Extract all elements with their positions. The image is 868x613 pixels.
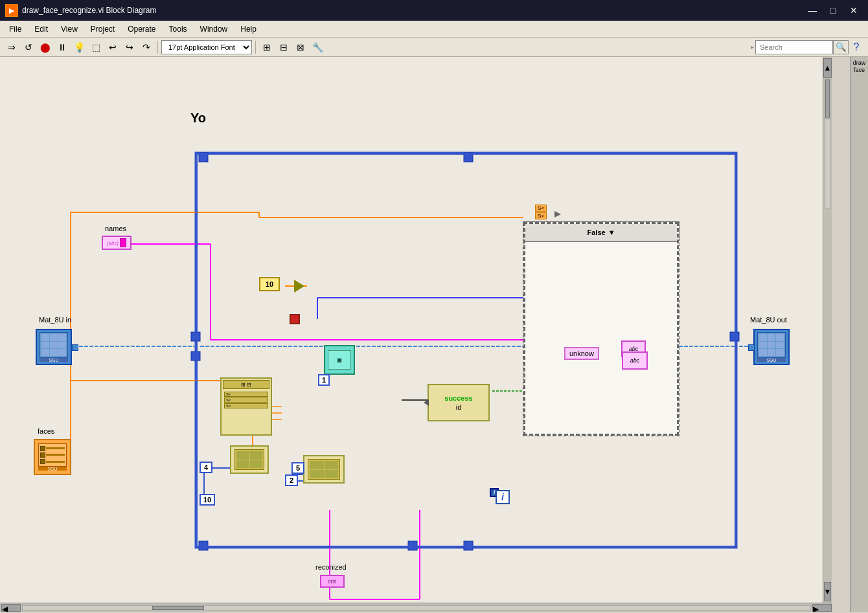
scrollbar-horizontal[interactable]: ◀ ▶ [0, 603, 832, 612]
wire-layer [0, 57, 832, 612]
run-button[interactable]: ⇒ [4, 39, 19, 55]
separator-2 [255, 41, 256, 54]
unknow-indicator[interactable]: unknow [564, 347, 599, 360]
menu-tools[interactable]: Tools [163, 23, 194, 35]
close-button[interactable]: ✕ [845, 3, 863, 17]
menu-file[interactable]: File [3, 23, 28, 35]
menu-bar: File Edit View Project Operate Tools Win… [0, 21, 868, 38]
abort-button[interactable]: ⬤ [38, 39, 53, 55]
scroll-left-btn[interactable]: ◀ [1, 604, 21, 612]
font-selector[interactable]: 17pt Application Font [161, 40, 252, 54]
menu-project[interactable]: Project [84, 23, 121, 35]
block-diagram-canvas[interactable]: names [abc] Mat_8U in SGU faces [0, 57, 832, 612]
scroll-thumb-h[interactable] [152, 606, 204, 610]
scroll-thumb-v[interactable] [825, 80, 830, 118]
case-header: False ▼ [525, 224, 677, 242]
greater-than-icon [294, 280, 304, 293]
search-input[interactable] [755, 40, 833, 54]
distribute-button[interactable]: ⊟ [276, 39, 291, 55]
run-continuously-button[interactable]: ↺ [21, 39, 36, 55]
draw-face-panel: draw face [850, 57, 868, 612]
scroll-down-btn[interactable]: ▼ [824, 582, 831, 601]
panel-label: draw face [851, 60, 868, 74]
false-label: False [587, 228, 605, 236]
faces-label: faces [38, 427, 54, 435]
undo-step-button[interactable]: ↷ [139, 39, 154, 55]
search-button[interactable]: 🔍 [833, 40, 849, 54]
svg-rect-5 [199, 541, 208, 550]
subvi-array-1[interactable]: ⊞ ⊟ S< S< S< [220, 377, 272, 436]
step-over-button[interactable]: ⬚ [88, 39, 104, 55]
mat8u-in-label: Mat_8U in [39, 316, 71, 324]
pause-button[interactable]: ⏸ [54, 39, 70, 55]
reconized-label: reconized [315, 563, 347, 571]
success-arrow-icon [424, 399, 429, 406]
title-bar: ▶ draw_face_recognize.vi Block Diagram —… [0, 0, 868, 21]
separator-1 [157, 41, 158, 54]
maximize-button[interactable]: □ [824, 3, 842, 17]
window-title: draw_face_recognize.vi Block Diagram [22, 6, 803, 15]
app-icon: ▶ [5, 4, 18, 17]
svg-rect-3 [199, 153, 208, 162]
menu-edit[interactable]: Edit [28, 23, 54, 35]
scroll-up-btn[interactable]: ▲ [823, 58, 832, 78]
align-button[interactable]: ⊞ [259, 39, 275, 55]
mat8u-out-label: Mat_8U out [750, 316, 787, 324]
mat8u-in-right-connector [72, 344, 78, 351]
yo-text: Yo [190, 111, 206, 126]
menu-help[interactable]: Help [234, 23, 263, 35]
subvi-main[interactable]: ▣ [324, 345, 355, 375]
highlight-button[interactable]: 💡 [71, 39, 87, 55]
svg-rect-4 [464, 153, 473, 162]
menu-operate[interactable]: Operate [121, 23, 162, 35]
main-area: draw face [0, 57, 868, 612]
window-controls: — □ ✕ [803, 3, 863, 17]
names-label: names [105, 225, 126, 232]
subvi-array-3[interactable] [303, 455, 345, 484]
scrollbar-vertical[interactable]: ▲ ▼ [823, 57, 832, 603]
sgu-indicators: S< S< [535, 205, 547, 219]
false-bool-const[interactable] [290, 314, 300, 324]
sgu-arrow-icon [554, 211, 561, 217]
const-10-2[interactable]: 10 [200, 494, 215, 506]
info-i-node: i [496, 490, 510, 504]
const-1[interactable]: 1 [318, 374, 330, 386]
svg-rect-0 [191, 332, 200, 341]
abc-output-node[interactable]: abc [622, 351, 648, 370]
svg-rect-6 [408, 541, 417, 550]
faces-terminal[interactable]: SGU [34, 439, 71, 475]
search-cursor: ▸ [751, 43, 754, 50]
case-structure[interactable]: False ▼ unknow abc [523, 222, 679, 436]
menu-view[interactable]: View [54, 23, 84, 35]
scroll-track-v[interactable] [825, 79, 830, 208]
toolbar: ⇒ ↺ ⬤ ⏸ 💡 ⬚ ↩ ↪ ↷ 17pt Application Font … [0, 38, 868, 57]
const-2[interactable]: 2 [285, 474, 298, 486]
step-into-button[interactable]: ↩ [105, 39, 120, 55]
const-4[interactable]: 4 [200, 462, 212, 473]
names-terminal[interactable]: [abc] [102, 236, 131, 250]
minimize-button[interactable]: — [803, 3, 821, 17]
scroll-right-btn[interactable]: ▶ [812, 604, 832, 612]
subvi-array-2[interactable] [230, 445, 269, 474]
mat8u-out-terminal[interactable]: SGU [753, 329, 790, 365]
help-button[interactable]: ? [849, 39, 864, 55]
mat8u-out-left-connector [748, 344, 755, 351]
svg-rect-7 [464, 541, 473, 550]
reorder-button[interactable]: 🔧 [310, 39, 325, 55]
mat8u-in-terminal[interactable]: SGU [36, 329, 72, 365]
svg-rect-1 [191, 351, 200, 361]
reconized-terminal[interactable]: ⊡⊡ [320, 575, 345, 588]
const-5[interactable]: 5 [291, 462, 304, 474]
svg-rect-2 [730, 332, 739, 341]
step-out-button[interactable]: ↪ [122, 39, 137, 55]
resize-button[interactable]: ⊠ [293, 39, 308, 55]
success-id-subvi[interactable]: success id [428, 384, 490, 421]
scroll-track-h[interactable] [22, 605, 811, 610]
search-area: ▸ 🔍 ? [751, 39, 864, 55]
const-10[interactable]: 10 [259, 277, 280, 291]
menu-window[interactable]: Window [194, 23, 234, 35]
